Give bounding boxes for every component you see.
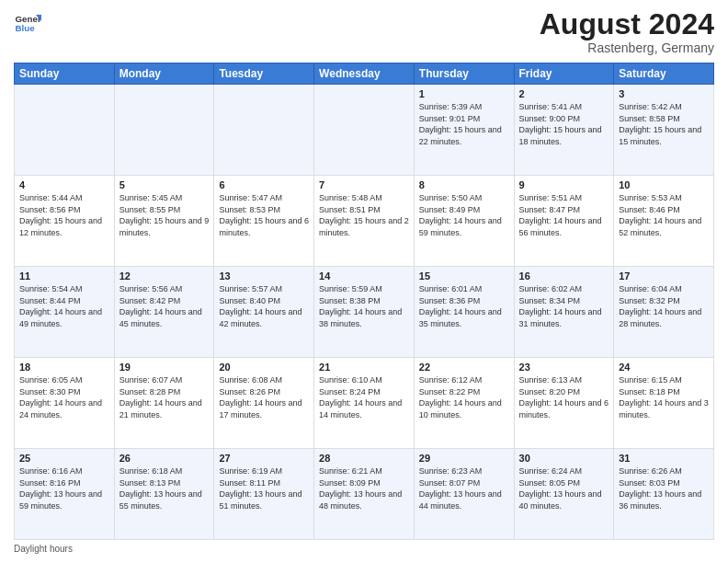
calendar-cell: 8Sunrise: 5:50 AM Sunset: 8:49 PM Daylig… bbox=[414, 176, 514, 267]
calendar-week-row: 18Sunrise: 6:05 AM Sunset: 8:30 PM Dayli… bbox=[15, 358, 714, 449]
day-number: 28 bbox=[319, 453, 409, 464]
calendar-cell bbox=[214, 85, 314, 176]
day-info: Sunrise: 5:53 AM Sunset: 8:46 PM Dayligh… bbox=[619, 192, 709, 238]
day-info: Sunrise: 5:51 AM Sunset: 8:47 PM Dayligh… bbox=[519, 192, 609, 238]
day-number: 23 bbox=[519, 362, 609, 373]
calendar-cell: 31Sunrise: 6:26 AM Sunset: 8:03 PM Dayli… bbox=[614, 449, 714, 540]
calendar-cell: 2Sunrise: 5:41 AM Sunset: 9:00 PM Daylig… bbox=[514, 85, 614, 176]
day-info: Sunrise: 6:26 AM Sunset: 8:03 PM Dayligh… bbox=[619, 465, 709, 511]
day-info: Sunrise: 6:13 AM Sunset: 8:20 PM Dayligh… bbox=[519, 374, 609, 420]
day-info: Sunrise: 6:15 AM Sunset: 8:18 PM Dayligh… bbox=[619, 374, 709, 420]
calendar-cell: 9Sunrise: 5:51 AM Sunset: 8:47 PM Daylig… bbox=[514, 176, 614, 267]
calendar-cell: 19Sunrise: 6:07 AM Sunset: 8:28 PM Dayli… bbox=[114, 358, 214, 449]
calendar-cell: 22Sunrise: 6:12 AM Sunset: 8:22 PM Dayli… bbox=[414, 358, 514, 449]
day-number: 9 bbox=[519, 179, 609, 190]
day-info: Sunrise: 6:16 AM Sunset: 8:16 PM Dayligh… bbox=[19, 465, 109, 511]
calendar-cell: 11Sunrise: 5:54 AM Sunset: 8:44 PM Dayli… bbox=[15, 267, 115, 358]
calendar-cell: 29Sunrise: 6:23 AM Sunset: 8:07 PM Dayli… bbox=[414, 449, 514, 540]
day-number: 14 bbox=[319, 270, 409, 282]
calendar-cell: 3Sunrise: 5:42 AM Sunset: 8:58 PM Daylig… bbox=[614, 85, 714, 176]
day-number: 19 bbox=[119, 362, 210, 373]
day-info: Sunrise: 5:42 AM Sunset: 8:58 PM Dayligh… bbox=[619, 101, 709, 147]
calendar-cell bbox=[314, 85, 415, 176]
day-number: 18 bbox=[19, 362, 109, 373]
calendar-week-row: 11Sunrise: 5:54 AM Sunset: 8:44 PM Dayli… bbox=[15, 267, 714, 358]
day-number: 27 bbox=[219, 453, 309, 464]
day-info: Sunrise: 6:24 AM Sunset: 8:05 PM Dayligh… bbox=[519, 465, 609, 511]
calendar-cell: 26Sunrise: 6:18 AM Sunset: 8:13 PM Dayli… bbox=[114, 449, 214, 540]
day-info: Sunrise: 5:56 AM Sunset: 8:42 PM Dayligh… bbox=[119, 283, 210, 329]
day-info: Sunrise: 6:07 AM Sunset: 8:28 PM Dayligh… bbox=[119, 374, 210, 420]
calendar-cell: 17Sunrise: 6:04 AM Sunset: 8:32 PM Dayli… bbox=[614, 267, 714, 358]
day-number: 11 bbox=[19, 270, 109, 282]
day-info: Sunrise: 5:47 AM Sunset: 8:53 PM Dayligh… bbox=[219, 192, 309, 238]
day-number: 20 bbox=[219, 362, 309, 373]
weekday-header-friday: Friday bbox=[514, 63, 614, 85]
calendar-cell: 4Sunrise: 5:44 AM Sunset: 8:56 PM Daylig… bbox=[15, 176, 115, 267]
day-number: 8 bbox=[419, 179, 509, 190]
day-number: 3 bbox=[619, 88, 709, 99]
calendar-cell: 10Sunrise: 5:53 AM Sunset: 8:46 PM Dayli… bbox=[614, 176, 714, 267]
day-number: 30 bbox=[519, 453, 609, 464]
day-info: Sunrise: 5:54 AM Sunset: 8:44 PM Dayligh… bbox=[19, 283, 109, 329]
calendar-cell: 16Sunrise: 6:02 AM Sunset: 8:34 PM Dayli… bbox=[514, 267, 614, 358]
day-number: 1 bbox=[419, 88, 509, 99]
calendar-cell: 28Sunrise: 6:21 AM Sunset: 8:09 PM Dayli… bbox=[314, 449, 415, 540]
day-info: Sunrise: 6:21 AM Sunset: 8:09 PM Dayligh… bbox=[319, 465, 409, 511]
day-info: Sunrise: 6:18 AM Sunset: 8:13 PM Dayligh… bbox=[119, 465, 210, 511]
day-info: Sunrise: 6:04 AM Sunset: 8:32 PM Dayligh… bbox=[619, 283, 709, 329]
calendar-table: SundayMondayTuesdayWednesdayThursdayFrid… bbox=[14, 63, 714, 540]
calendar-week-row: 25Sunrise: 6:16 AM Sunset: 8:16 PM Dayli… bbox=[15, 449, 714, 540]
calendar-cell: 6Sunrise: 5:47 AM Sunset: 8:53 PM Daylig… bbox=[214, 176, 314, 267]
calendar-cell: 27Sunrise: 6:19 AM Sunset: 8:11 PM Dayli… bbox=[214, 449, 314, 540]
logo: General Blue bbox=[14, 9, 41, 37]
calendar-cell: 21Sunrise: 6:10 AM Sunset: 8:24 PM Dayli… bbox=[314, 358, 415, 449]
day-number: 17 bbox=[619, 270, 709, 282]
day-number: 21 bbox=[319, 362, 409, 373]
weekday-header-thursday: Thursday bbox=[414, 63, 514, 85]
day-info: Sunrise: 6:10 AM Sunset: 8:24 PM Dayligh… bbox=[319, 374, 409, 420]
day-number: 22 bbox=[419, 362, 509, 373]
day-info: Sunrise: 5:41 AM Sunset: 9:00 PM Dayligh… bbox=[519, 101, 609, 147]
day-info: Sunrise: 5:44 AM Sunset: 8:56 PM Dayligh… bbox=[19, 192, 109, 238]
day-info: Sunrise: 5:57 AM Sunset: 8:40 PM Dayligh… bbox=[219, 283, 309, 329]
page: General Blue August 2024 Rastenberg, Ger… bbox=[0, 0, 728, 563]
day-number: 13 bbox=[219, 270, 309, 282]
calendar-cell: 12Sunrise: 5:56 AM Sunset: 8:42 PM Dayli… bbox=[114, 267, 214, 358]
day-info: Sunrise: 5:50 AM Sunset: 8:49 PM Dayligh… bbox=[419, 192, 509, 238]
calendar-cell: 25Sunrise: 6:16 AM Sunset: 8:16 PM Dayli… bbox=[15, 449, 115, 540]
calendar-cell: 30Sunrise: 6:24 AM Sunset: 8:05 PM Dayli… bbox=[514, 449, 614, 540]
day-number: 16 bbox=[519, 270, 609, 282]
day-number: 7 bbox=[319, 179, 409, 190]
day-info: Sunrise: 5:45 AM Sunset: 8:55 PM Dayligh… bbox=[119, 192, 210, 238]
calendar-cell: 13Sunrise: 5:57 AM Sunset: 8:40 PM Dayli… bbox=[214, 267, 314, 358]
day-info: Sunrise: 5:48 AM Sunset: 8:51 PM Dayligh… bbox=[319, 192, 409, 238]
day-info: Sunrise: 6:01 AM Sunset: 8:36 PM Dayligh… bbox=[419, 283, 509, 329]
day-number: 2 bbox=[519, 88, 609, 99]
calendar-cell: 20Sunrise: 6:08 AM Sunset: 8:26 PM Dayli… bbox=[214, 358, 314, 449]
day-info: Sunrise: 6:23 AM Sunset: 8:07 PM Dayligh… bbox=[419, 465, 509, 511]
calendar-cell: 15Sunrise: 6:01 AM Sunset: 8:36 PM Dayli… bbox=[414, 267, 514, 358]
day-number: 4 bbox=[19, 179, 109, 190]
day-info: Sunrise: 5:39 AM Sunset: 9:01 PM Dayligh… bbox=[419, 101, 509, 147]
svg-text:Blue: Blue bbox=[16, 23, 36, 33]
header: General Blue August 2024 Rastenberg, Ger… bbox=[14, 9, 714, 55]
day-number: 10 bbox=[619, 179, 709, 190]
weekday-header-monday: Monday bbox=[114, 63, 214, 85]
calendar-cell: 24Sunrise: 6:15 AM Sunset: 8:18 PM Dayli… bbox=[614, 358, 714, 449]
day-number: 29 bbox=[419, 453, 509, 464]
title-block: August 2024 Rastenberg, Germany bbox=[540, 9, 714, 55]
day-number: 12 bbox=[119, 270, 210, 282]
day-number: 24 bbox=[619, 362, 709, 373]
day-info: Sunrise: 6:19 AM Sunset: 8:11 PM Dayligh… bbox=[219, 465, 309, 511]
footer-note: Daylight hours bbox=[14, 544, 714, 554]
weekday-header-saturday: Saturday bbox=[614, 63, 714, 85]
day-info: Sunrise: 6:05 AM Sunset: 8:30 PM Dayligh… bbox=[19, 374, 109, 420]
calendar-week-row: 4Sunrise: 5:44 AM Sunset: 8:56 PM Daylig… bbox=[15, 176, 714, 267]
day-number: 26 bbox=[119, 453, 210, 464]
day-info: Sunrise: 6:02 AM Sunset: 8:34 PM Dayligh… bbox=[519, 283, 609, 329]
calendar-cell bbox=[15, 85, 115, 176]
calendar-cell: 1Sunrise: 5:39 AM Sunset: 9:01 PM Daylig… bbox=[414, 85, 514, 176]
month-year: August 2024 bbox=[540, 9, 714, 39]
weekday-header-tuesday: Tuesday bbox=[214, 63, 314, 85]
